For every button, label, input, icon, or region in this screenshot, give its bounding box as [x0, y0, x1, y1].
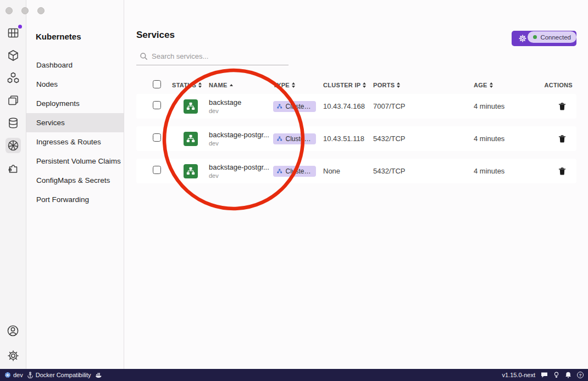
sidebar-item-services[interactable]: Services: [26, 113, 124, 132]
service-status-icon: [184, 164, 198, 178]
cluster-icon[interactable]: [5, 70, 21, 86]
sidebar-item-nodes[interactable]: Nodes: [26, 75, 124, 94]
row-checkbox[interactable]: [153, 133, 161, 142]
window-controls: [5, 7, 45, 14]
column-header-age[interactable]: AGE: [474, 82, 541, 88]
ports: 5432/TCP: [373, 135, 474, 143]
network-icon: [276, 103, 283, 110]
service-status-icon: [184, 99, 198, 114]
sort-icon: [292, 82, 295, 88]
service-name[interactable]: backstage-postgr...: [209, 163, 273, 171]
sidebar-nav: Dashboard Nodes Deployments Services Ing…: [26, 55, 124, 209]
delete-button[interactable]: [557, 166, 568, 177]
sidebar-item-pvc[interactable]: Persistent Volume Claims: [26, 152, 124, 171]
table-header: STATUS NAME TYPE CLUSTER IP PORTS: [136, 78, 576, 92]
snapshots-icon[interactable]: [5, 93, 21, 108]
ports: 5432/TCP: [373, 167, 474, 175]
column-header-actions: ACTIONS: [541, 82, 576, 88]
sort-asc-icon: [230, 84, 233, 86]
column-header-name[interactable]: NAME: [209, 82, 273, 88]
sort-icon: [363, 82, 366, 88]
connected-dot-icon: [533, 35, 537, 39]
table-row: backstage dev ClusterIP 10.43.74.168 700…: [136, 94, 576, 119]
column-label: AGE: [474, 82, 487, 88]
service-name[interactable]: backstage: [209, 98, 273, 107]
type-badge: ClusterIP: [273, 166, 316, 177]
main-content: Services Apply YAML Connected STATUS: [124, 0, 588, 369]
column-header-status[interactable]: STATUS: [172, 82, 209, 88]
close-button[interactable]: [5, 7, 13, 14]
box-icon[interactable]: [5, 48, 21, 63]
age: 4 minutes: [474, 135, 541, 143]
type-badge: ClusterIP: [273, 133, 316, 144]
network-icon: [276, 168, 283, 175]
bell-icon[interactable]: [565, 372, 572, 378]
table-row: backstage-postgr... dev ClusterIP 10.43.…: [136, 126, 576, 151]
sort-icon: [198, 82, 202, 88]
sidebar-item-configmaps[interactable]: ConfigMaps & Secrets: [26, 171, 124, 190]
kubernetes-context-icon: [4, 372, 11, 378]
type-label: ClusterIP: [286, 167, 312, 175]
connected-label: Connected: [540, 34, 571, 41]
status-bar: dev Docker Compatibility v1.15.0-next: [0, 369, 588, 381]
service-namespace: dev: [209, 108, 273, 114]
search-icon: [140, 52, 148, 60]
extensions-icon[interactable]: [5, 160, 21, 176]
delete-button[interactable]: [557, 101, 568, 112]
notification-dot: [18, 25, 22, 29]
kubernetes-context[interactable]: dev: [4, 372, 23, 378]
lightbulb-icon[interactable]: [553, 372, 559, 378]
cluster-ip: 10.43.51.118: [323, 135, 373, 143]
trash-icon: [558, 102, 567, 111]
help-icon[interactable]: ?: [577, 372, 584, 378]
age: 4 minutes: [474, 102, 541, 110]
trash-icon: [558, 167, 567, 176]
cluster-ip: None: [323, 167, 373, 175]
column-label: CLUSTER IP: [323, 82, 360, 88]
select-all-checkbox[interactable]: [153, 80, 161, 88]
minimize-button[interactable]: [21, 7, 29, 14]
type-label: ClusterIP: [286, 135, 312, 143]
page-title: Services: [136, 30, 175, 41]
sidebar-item-deployments[interactable]: Deployments: [26, 94, 124, 113]
sidebar-item-ingresses[interactable]: Ingresses & Routes: [26, 132, 124, 152]
sort-icon: [397, 82, 400, 88]
context-label: dev: [13, 372, 23, 378]
containers-icon[interactable]: [5, 25, 21, 41]
column-label: TYPE: [273, 82, 290, 88]
column-header-type[interactable]: TYPE: [273, 82, 323, 88]
docker-whale-icon: [95, 372, 102, 378]
search-input[interactable]: [152, 52, 286, 60]
kubernetes-icon[interactable]: [5, 138, 21, 153]
service-namespace: dev: [209, 140, 273, 147]
type-badge: ClusterIP: [273, 101, 316, 112]
service-namespace: dev: [209, 172, 273, 179]
sidebar-item-port-forwarding[interactable]: Port Forwarding: [26, 190, 124, 209]
maximize-button[interactable]: [37, 7, 45, 14]
ports: 7007/TCP: [373, 102, 474, 110]
age: 4 minutes: [474, 167, 541, 175]
column-label: ACTIONS: [544, 82, 573, 88]
connection-status-badge: Connected: [528, 31, 576, 43]
sort-icon: [490, 82, 493, 88]
sidebar-item-dashboard[interactable]: Dashboard: [26, 55, 124, 75]
column-header-ports[interactable]: PORTS: [373, 82, 474, 88]
service-name[interactable]: backstage-postgr...: [209, 131, 273, 139]
search-bar: [136, 51, 289, 65]
network-icon: [276, 136, 283, 142]
row-checkbox[interactable]: [153, 166, 161, 174]
cluster-ip: 10.43.74.168: [323, 102, 373, 110]
sidebar-title: Kubernetes: [36, 32, 81, 41]
services-table: STATUS NAME TYPE CLUSTER IP PORTS: [136, 78, 576, 191]
row-checkbox[interactable]: [153, 101, 161, 109]
icon-rail: [0, 0, 26, 369]
account-icon[interactable]: [5, 323, 21, 338]
volumes-icon[interactable]: [5, 115, 21, 131]
column-label: STATUS: [172, 82, 196, 88]
docker-compatibility[interactable]: Docker Compatibility: [27, 372, 91, 378]
settings-icon[interactable]: [5, 348, 21, 363]
feedback-icon[interactable]: [541, 372, 548, 378]
docker-compatibility-label: Docker Compatibility: [36, 372, 91, 378]
delete-button[interactable]: [557, 133, 568, 144]
column-header-cluster-ip[interactable]: CLUSTER IP: [323, 82, 373, 88]
